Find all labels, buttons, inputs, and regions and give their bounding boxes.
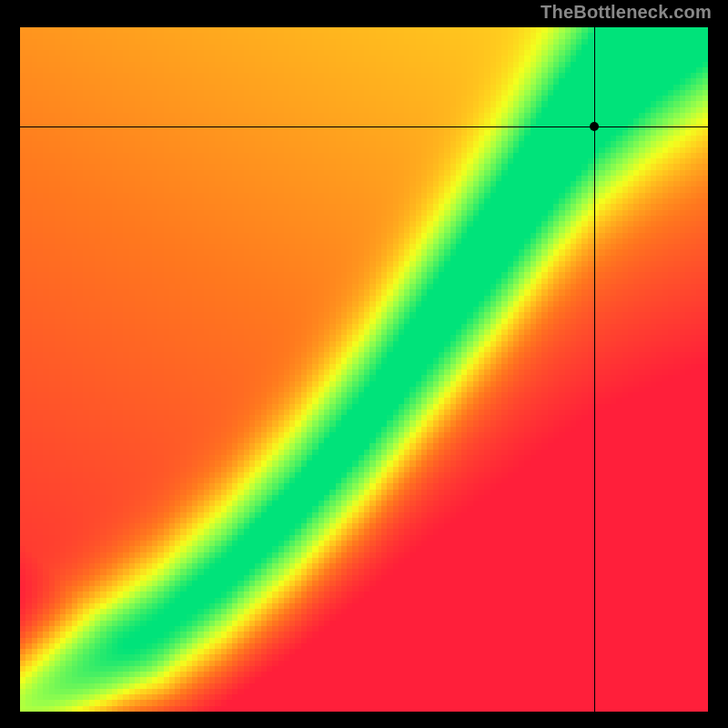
marker-dot bbox=[590, 122, 599, 131]
crosshair-vertical bbox=[594, 0, 596, 728]
watermark-text: TheBottleneck.com bbox=[541, 2, 712, 23]
chart-container: TheBottleneck.com bbox=[0, 0, 728, 728]
plot-area bbox=[20, 27, 708, 712]
crosshair-horizontal bbox=[0, 126, 728, 128]
heatmap-canvas bbox=[20, 27, 708, 712]
